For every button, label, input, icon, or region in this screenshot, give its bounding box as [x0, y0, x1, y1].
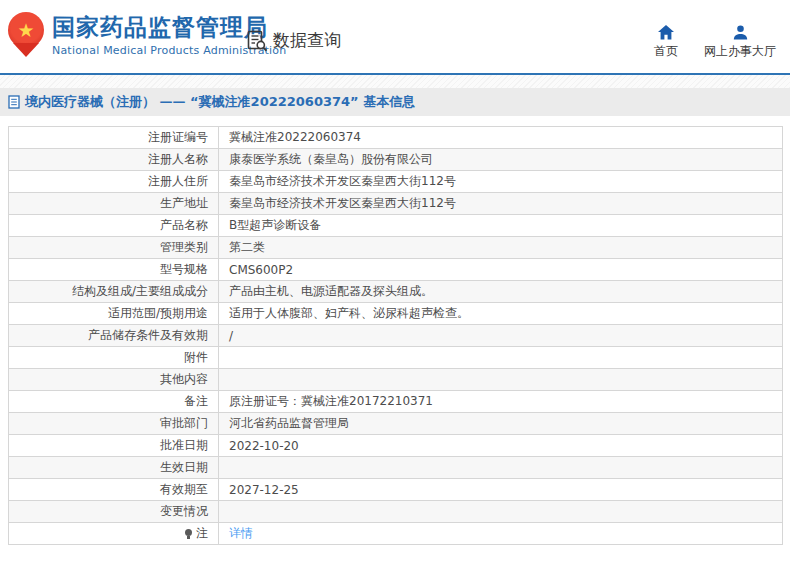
row-label: 注册证编号: [9, 127, 219, 149]
table-row: 生效日期: [9, 457, 783, 479]
home-icon: [658, 25, 674, 40]
site-header: ★ 国家药品监督管理局 National Medical Products Ad…: [0, 0, 790, 75]
details-link[interactable]: 详情: [229, 526, 253, 540]
table-row: 注详情: [9, 523, 783, 545]
row-label: 生产地址: [9, 193, 219, 215]
table-row: 注册证编号冀械注准20222060374: [9, 127, 783, 149]
brand: ★ 国家药品监督管理局 National Medical Products Ad…: [8, 12, 286, 60]
table-row: 注册人名称康泰医学系统（秦皇岛）股份有限公司: [9, 149, 783, 171]
breadcrumb-bar: 境内医疗器械（注册） —— “冀械注准20222060374” 基本信息: [0, 88, 790, 116]
table-row: 审批部门河北省药品监督管理局: [9, 413, 783, 435]
row-label: 变更情况: [9, 501, 219, 523]
row-label: 审批部门: [9, 413, 219, 435]
row-label: 批准日期: [9, 435, 219, 457]
bulb-icon: [185, 529, 192, 536]
row-label: 产品名称: [9, 215, 219, 237]
row-label: 注册人名称: [9, 149, 219, 171]
row-value: 河北省药品监督管理局: [219, 413, 783, 435]
top-nav: 首页 网上办事大厅: [654, 25, 776, 60]
row-value: [219, 347, 783, 369]
hatch-strip: [0, 75, 790, 88]
table-row: 型号规格CMS600P2: [9, 259, 783, 281]
row-label: 型号规格: [9, 259, 219, 281]
table-row: 批准日期2022-10-20: [9, 435, 783, 457]
table-row: 有效期至2027-12-25: [9, 479, 783, 501]
row-value: 康泰医学系统（秦皇岛）股份有限公司: [219, 149, 783, 171]
table-row: 适用范围/预期用途适用于人体腹部、妇产科、泌尿科超声检查。: [9, 303, 783, 325]
emblem-star-icon: ★: [8, 12, 44, 48]
row-label: 有效期至: [9, 479, 219, 501]
row-value: 第二类: [219, 237, 783, 259]
info-table-body: 注册证编号冀械注准20222060374注册人名称康泰医学系统（秦皇岛）股份有限…: [9, 127, 783, 545]
nav-online-hall-label: 网上办事大厅: [704, 43, 776, 60]
nav-home[interactable]: 首页: [654, 25, 678, 60]
row-value: 2027-12-25: [219, 479, 783, 501]
row-value: /: [219, 325, 783, 347]
row-label: 注册人住所: [9, 171, 219, 193]
row-value: [219, 501, 783, 523]
row-value: [219, 457, 783, 479]
row-value: 适用于人体腹部、妇产科、泌尿科超声检查。: [219, 303, 783, 325]
row-label: 结构及组成/主要组成成分: [9, 281, 219, 303]
row-value: B型超声诊断设备: [219, 215, 783, 237]
table-row: 变更情况: [9, 501, 783, 523]
table-row: 产品储存条件及有效期/: [9, 325, 783, 347]
row-label: 生效日期: [9, 457, 219, 479]
row-value: 冀械注准20222060374: [219, 127, 783, 149]
row-value: 原注册证号：冀械注准20172210371: [219, 391, 783, 413]
row-value: [219, 369, 783, 391]
data-query-label: 数据查询: [273, 29, 341, 52]
row-value: 秦皇岛市经济技术开发区秦皇西大街112号: [219, 171, 783, 193]
row-label: 其他内容: [9, 369, 219, 391]
table-row: 结构及组成/主要组成成分产品由主机、电源适配器及探头组成。: [9, 281, 783, 303]
person-icon: [733, 25, 748, 40]
nav-online-hall[interactable]: 网上办事大厅: [704, 25, 776, 60]
table-row: 备注原注册证号：冀械注准20172210371: [9, 391, 783, 413]
row-label: 产品储存条件及有效期: [9, 325, 219, 347]
data-query-nav[interactable]: 数据查询: [247, 29, 341, 52]
national-emblem-logo: ★: [8, 12, 44, 60]
table-row: 产品名称B型超声诊断设备: [9, 215, 783, 237]
table-wrap: 注册证编号冀械注准20222060374注册人名称康泰医学系统（秦皇岛）股份有限…: [0, 116, 790, 545]
document-icon: [8, 95, 20, 109]
table-row: 附件: [9, 347, 783, 369]
table-row: 生产地址秦皇岛市经济技术开发区秦皇西大街112号: [9, 193, 783, 215]
page-title: 境内医疗器械（注册） —— “冀械注准20222060374” 基本信息: [25, 93, 415, 111]
row-value: 详情: [219, 523, 783, 545]
nav-home-label: 首页: [654, 43, 678, 60]
row-label: 管理类别: [9, 237, 219, 259]
row-label: 适用范围/预期用途: [9, 303, 219, 325]
table-row: 注册人住所秦皇岛市经济技术开发区秦皇西大街112号: [9, 171, 783, 193]
table-row: 其他内容: [9, 369, 783, 391]
row-label: 附件: [9, 347, 219, 369]
row-value: 2022-10-20: [219, 435, 783, 457]
info-table: 注册证编号冀械注准20222060374注册人名称康泰医学系统（秦皇岛）股份有限…: [8, 126, 783, 545]
row-label: 备注: [9, 391, 219, 413]
row-value: 秦皇岛市经济技术开发区秦皇西大街112号: [219, 193, 783, 215]
data-query-icon: [247, 30, 268, 52]
table-row: 管理类别第二类: [9, 237, 783, 259]
row-value: CMS600P2: [219, 259, 783, 281]
row-value: 产品由主机、电源适配器及探头组成。: [219, 281, 783, 303]
row-label: 注: [9, 523, 219, 545]
